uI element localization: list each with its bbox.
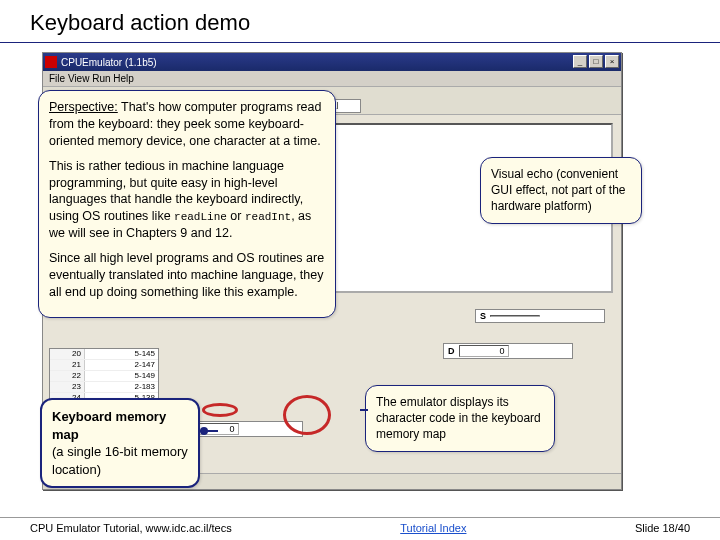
window-title: CPUEmulator (1.1b5) [61, 57, 157, 68]
callout-visual-echo: Visual echo (convenient GUI effect, not … [480, 157, 642, 224]
slide-footer: CPU Emulator Tutorial, www.idc.ac.il/tec… [0, 517, 720, 534]
ram-addr: 22 [50, 371, 85, 381]
callout-keyboard-memory-map: Keyboard memory map (a single 16-bit mem… [40, 398, 200, 488]
ram-row: 232-183 [50, 382, 158, 393]
register-d: D 0 [443, 343, 573, 359]
minimize-button[interactable]: _ [573, 55, 587, 68]
register-s: S [475, 309, 605, 323]
ram-val: 5-145 [85, 349, 158, 359]
register-d-value: 0 [459, 345, 509, 357]
ram-val: 2-147 [85, 360, 158, 370]
ram-val: 5-149 [85, 371, 158, 381]
kmm-title: Keyboard memory map [52, 408, 188, 443]
register-s-label: S [480, 311, 486, 321]
callout-charcode: The emulator displays its character code… [365, 385, 555, 452]
ram-row: 205-145 [50, 349, 158, 360]
perspective-p3: Since all high level programs and OS rou… [49, 250, 325, 301]
ram-addr: 21 [50, 360, 85, 370]
maximize-button[interactable]: □ [589, 55, 603, 68]
register-s-value [490, 315, 540, 317]
close-button[interactable]: × [605, 55, 619, 68]
menubar[interactable]: File View Run Help [43, 71, 621, 87]
ram-row: 225-149 [50, 371, 158, 382]
ram-addr: 20 [50, 349, 85, 359]
ram-row: 212-147 [50, 360, 158, 371]
highlight-ellipse-row [202, 403, 238, 417]
callout-perspective: Perspective: That's how computer program… [38, 90, 336, 318]
footer-tutorial-index-link[interactable]: Tutorial Index [400, 522, 466, 534]
app-icon [45, 56, 57, 68]
perspective-heading: Perspective: [49, 100, 118, 114]
kmm-sub: (a single 16-bit memory location) [52, 443, 188, 478]
slide-title: Keyboard action demo [0, 0, 720, 43]
footer-left: CPU Emulator Tutorial, www.idc.ac.il/tec… [30, 522, 232, 534]
ram-val: 2-183 [85, 382, 158, 392]
window-titlebar: CPUEmulator (1.1b5) _ □ × [43, 53, 621, 71]
code-readint: readInt [245, 211, 291, 223]
highlight-ellipse-memory [283, 395, 331, 435]
code-readline: readLine [174, 211, 227, 223]
connector-line-1 [200, 430, 218, 432]
register-d-label: D [448, 346, 455, 356]
ram-addr: 23 [50, 382, 85, 392]
perspective-mid: or [227, 209, 245, 223]
connector-line-2 [360, 409, 368, 411]
footer-slide-number: Slide 18/40 [635, 522, 690, 534]
